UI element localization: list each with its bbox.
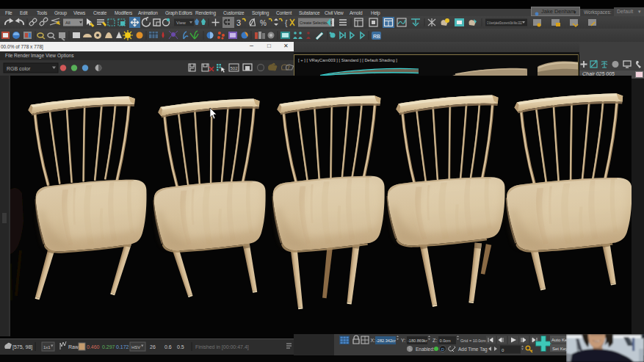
svg-text:Raw: Raw: [68, 344, 79, 350]
svg-text:X:: X:: [371, 338, 376, 343]
svg-text:[575, 98]: [575, 98]: [12, 344, 32, 350]
svg-text:Y:: Y:: [401, 338, 405, 343]
svg-text:RB: RB: [373, 34, 380, 39]
svg-text:All: All: [65, 21, 70, 25]
svg-text:%: %: [260, 19, 267, 27]
svg-text:HSV: HSV: [131, 345, 140, 350]
svg-text:26: 26: [150, 344, 156, 350]
svg-text:View: View: [176, 21, 187, 25]
svg-text:Enabled:: Enabled:: [416, 347, 435, 352]
svg-text:Z:: Z:: [433, 338, 437, 343]
svg-text:502: 502: [231, 66, 239, 70]
svg-text:-282.342cr: -282.342cr: [376, 339, 396, 343]
svg-text:-180.869kr: -180.869kr: [408, 339, 427, 343]
svg-text:Add Time Tag: Add Time Tag: [458, 347, 488, 352]
svg-text:C:\Users\jaked\Documents\3ds M: C:\Users\jaked\Documents\3ds Max 2022: [487, 21, 522, 25]
svg-text:0.5: 0.5: [177, 344, 184, 350]
svg-text:D: D: [441, 347, 445, 352]
svg-text:0.6: 0.6: [164, 344, 172, 350]
svg-text:0.0cm: 0.0cm: [440, 339, 452, 343]
svg-text:3: 3: [236, 18, 241, 27]
svg-text:RGB color: RGB color: [7, 66, 31, 71]
svg-text:1x1: 1x1: [43, 345, 51, 350]
svg-text:0.172: 0.172: [116, 344, 129, 350]
svg-text:Grid = 10.0cm: Grid = 10.0cm: [460, 339, 486, 343]
svg-text:Set Key: Set Key: [552, 347, 568, 351]
svg-text:0.460: 0.460: [87, 344, 100, 350]
svg-text:{: {: [285, 19, 288, 27]
svg-text:0.297: 0.297: [102, 344, 115, 350]
svg-text:Finished in [00:00:47.4]: Finished in [00:00:47.4]: [195, 344, 249, 350]
